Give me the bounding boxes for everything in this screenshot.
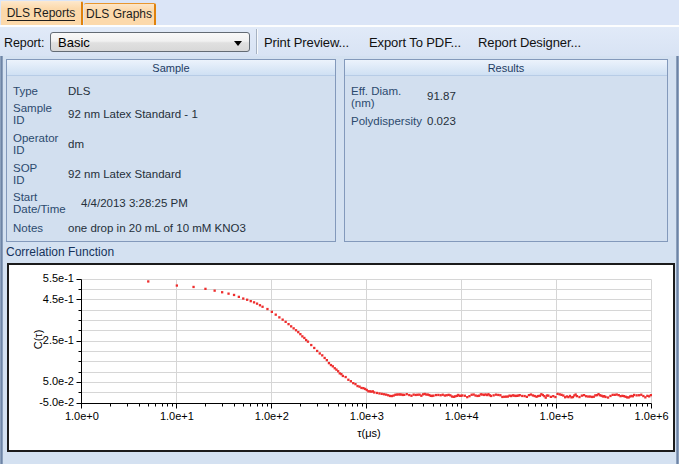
- svg-text:1.0e+2: 1.0e+2: [255, 410, 289, 422]
- svg-text:τ(μs): τ(μs): [357, 427, 381, 439]
- svg-text:1.0e+1: 1.0e+1: [160, 410, 194, 422]
- svg-text:2.5e-1: 2.5e-1: [43, 334, 74, 346]
- svg-text:1.0e+0: 1.0e+0: [65, 410, 99, 422]
- svg-text:4.5e-1: 4.5e-1: [43, 293, 74, 305]
- svg-text:C(τ): C(τ): [32, 330, 44, 350]
- svg-text:1.0e+5: 1.0e+5: [540, 410, 574, 422]
- svg-text:-5.0e-2: -5.0e-2: [39, 396, 74, 408]
- svg-text:1.0e+4: 1.0e+4: [445, 410, 479, 422]
- svg-text:5.5e-1: 5.5e-1: [43, 272, 74, 284]
- svg-text:5.0e-2: 5.0e-2: [43, 375, 74, 387]
- svg-text:1.0e+6: 1.0e+6: [635, 410, 669, 422]
- svg-text:1.0e+3: 1.0e+3: [350, 410, 384, 422]
